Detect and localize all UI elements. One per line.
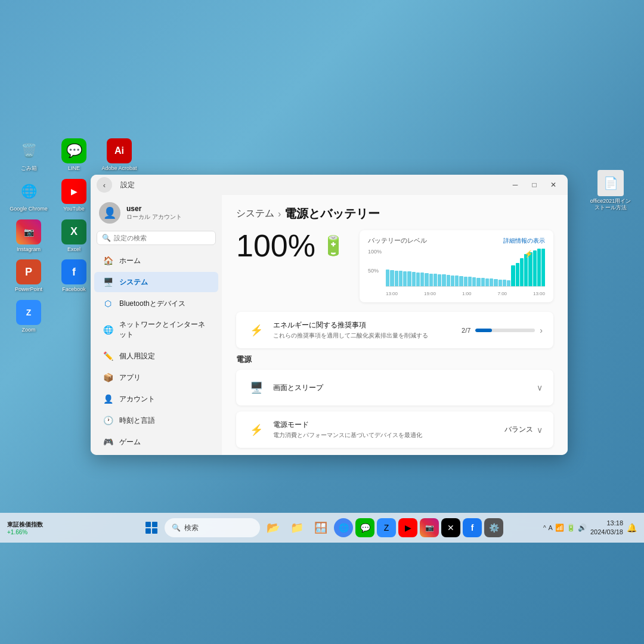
- user-name: user: [126, 205, 182, 213]
- line-icon: 💬: [61, 138, 86, 163]
- taskbar-facebook[interactable]: f: [463, 518, 482, 537]
- desktop-icon-instagram[interactable]: 📷 Instagram: [7, 217, 50, 255]
- start-button[interactable]: [141, 517, 162, 538]
- taskbar-youtube[interactable]: ▶: [398, 518, 417, 537]
- chart-bar: [472, 277, 476, 286]
- chart-detail-link[interactable]: 詳細情報の表示: [503, 237, 545, 245]
- taskbar-clock[interactable]: 13:18 2024/03/18: [590, 519, 623, 537]
- window-body: 👤 user ローカル アカウント 🔍 🏠 ホーム: [91, 195, 568, 455]
- chart-bar: [490, 278, 493, 286]
- battery-icon-large: 🔋: [321, 234, 345, 257]
- taskbar-instagram[interactable]: 📷: [420, 518, 439, 537]
- chart-bar: [407, 271, 411, 286]
- energy-card[interactable]: ⚡ エネルギーに関する推奨事項 これらの推奨事項を適用して二酸化炭素排出量を削減…: [236, 312, 553, 348]
- settings-search-box[interactable]: 🔍: [97, 231, 216, 245]
- desktop-icon-powerpoint[interactable]: P PowerPoint: [7, 257, 50, 295]
- power-mode-card[interactable]: ⚡ 電源モード 電力消費とパフォーマンスに基づいてデバイスを最適化 バランス ∨: [236, 411, 553, 448]
- taskbar-zoom[interactable]: Z: [377, 518, 396, 537]
- back-button[interactable]: ‹: [97, 177, 112, 193]
- chart-bar: [399, 271, 402, 286]
- sidebar-item-label: 個人用設定: [119, 351, 155, 361]
- chart-bar: [476, 278, 480, 286]
- volume-icon[interactable]: 🔊: [578, 524, 587, 532]
- chart-y-50: 50%: [368, 268, 386, 274]
- settings-window: ‹ 設定 ─ □ ✕ 👤 user ローカル アカウント: [91, 175, 568, 455]
- sidebar-item-label: アプリ: [119, 373, 141, 383]
- desktop-icon-chrome[interactable]: 🌐 Google Chrome: [7, 177, 50, 215]
- sidebar-item-apps[interactable]: 📦 アプリ: [94, 367, 218, 388]
- user-info: user ローカル アカウント: [126, 205, 182, 221]
- desktop-icon-line[interactable]: 💬 LINE: [52, 136, 95, 174]
- chart-bar: [494, 279, 497, 286]
- notification-icon[interactable]: 🔔: [627, 523, 637, 532]
- desktop-icon-recycle[interactable]: 🗑️ ごみ箱: [7, 136, 50, 174]
- power-mode-subtitle: 電力消費とパフォーマンスに基づいてデバイスを最適化: [273, 431, 422, 439]
- chart-bar: [447, 275, 450, 286]
- energy-card-row: ⚡ エネルギーに関する推奨事項 これらの推奨事項を適用して二酸化炭素排出量を削減…: [247, 320, 543, 340]
- desktop-icon-excel[interactable]: X Excel: [52, 217, 95, 255]
- taskbar-file-explorer[interactable]: 📂: [262, 517, 284, 538]
- sleep-card-title: 画面とスリープ: [273, 383, 323, 393]
- chart-bar: [425, 273, 428, 286]
- desktop-icon-office-install[interactable]: 📄 office2021用インストール方法: [589, 170, 632, 211]
- sidebar-item-time-language[interactable]: 🕐 時刻と言語: [94, 410, 218, 431]
- wifi-icon[interactable]: 📶: [555, 524, 564, 532]
- sidebar-item-accounts[interactable]: 👤 アカウント: [94, 389, 218, 409]
- sidebar-item-gaming[interactable]: 🎮 ゲーム: [94, 432, 218, 452]
- chart-bar: [451, 275, 454, 286]
- chart-header: バッテリーのレベル 詳細情報の表示: [368, 236, 545, 245]
- desktop-icon-youtube[interactable]: ▶ YouTube: [52, 177, 95, 215]
- user-profile[interactable]: 👤 user ローカル アカウント: [91, 197, 222, 231]
- desktop-icon-adobe[interactable]: Ai Adobe Acrobat: [98, 136, 141, 174]
- chart-bar: [455, 275, 459, 286]
- stock-ticker: 東証株価指数 +1.66%: [7, 521, 43, 535]
- system-icon: 🖥️: [103, 277, 113, 287]
- settings-search-input[interactable]: [114, 234, 210, 242]
- main-content: システム › 電源とバッテリー 100% 🔋 バッテリーのレベル 詳細情報の表示: [222, 195, 568, 455]
- chart-x-1300: 13:00: [386, 291, 398, 296]
- chart-bar: [503, 280, 506, 286]
- window-nav: ‹: [97, 177, 112, 193]
- chart-bar: [395, 271, 398, 286]
- desktop-icon-label: YouTube: [63, 206, 84, 212]
- battery-tray-icon[interactable]: 🔋: [566, 524, 575, 532]
- chrome-icon: 🌐: [16, 179, 41, 204]
- desktop-icon-label: Google Chrome: [10, 206, 48, 212]
- chart-bar: [537, 249, 541, 286]
- battery-percentage-display: 100% 🔋: [236, 230, 345, 261]
- taskbar-x[interactable]: ✕: [441, 518, 460, 537]
- taskbar-chrome[interactable]: 🌐: [334, 518, 353, 537]
- minimize-button[interactable]: ─: [507, 177, 524, 193]
- taskbar-settings[interactable]: ⚙️: [484, 518, 503, 537]
- power-expand-icon: ∨: [537, 425, 543, 435]
- maximize-button[interactable]: □: [526, 177, 543, 193]
- desktop-icon-facebook[interactable]: f Facebook: [52, 257, 95, 295]
- stock-change: +1.66%: [7, 529, 27, 535]
- sidebar-item-label: 時刻と言語: [119, 416, 155, 426]
- power-mode-text: 電源モード 電力消費とパフォーマンスに基づいてデバイスを最適化: [273, 420, 422, 439]
- sidebar-item-system[interactable]: 🖥️ システム: [94, 272, 218, 292]
- sidebar-item-bluetooth[interactable]: ⬡ Bluetoothとデバイス: [94, 293, 218, 314]
- tray-caret[interactable]: ^: [543, 525, 546, 531]
- energy-progress-bar: [475, 329, 535, 332]
- sys-tray: ^ A 📶 🔋 🔊: [543, 524, 587, 532]
- close-button[interactable]: ✕: [545, 177, 562, 193]
- chart-x-0700: 7:00: [497, 291, 507, 296]
- desktop-icon-zoom[interactable]: Z Zoom: [7, 298, 50, 336]
- sidebar-item-network[interactable]: 🌐 ネットワークとインターネット: [94, 315, 218, 345]
- chart-bar: [541, 249, 545, 286]
- bluetooth-icon: ⬡: [103, 298, 113, 309]
- sleep-card[interactable]: 🖥️ 画面とスリープ ∨: [236, 370, 553, 405]
- taskbar: 東証株価指数 +1.66% 🔍 検索 📂 📁 🪟 🌐 💬 Z ▶: [0, 513, 644, 543]
- taskbar-folder[interactable]: 📁: [286, 517, 308, 538]
- desktop-icon-label: Instagram: [17, 246, 41, 253]
- taskbar-msstore[interactable]: 🪟: [310, 517, 332, 538]
- taskbar-search[interactable]: 🔍 検索: [165, 518, 260, 537]
- sidebar-item-home[interactable]: 🏠 ホーム: [94, 250, 218, 271]
- time-icon: 🕐: [103, 415, 113, 426]
- sidebar-item-personalization[interactable]: ✏️ 個人用設定: [94, 346, 218, 366]
- settings-sidebar: 👤 user ローカル アカウント 🔍 🏠 ホーム: [91, 195, 222, 455]
- breadcrumb-parent: システム: [236, 208, 274, 220]
- chart-x-1300b: 13:00: [533, 291, 545, 296]
- taskbar-line[interactable]: 💬: [355, 518, 374, 537]
